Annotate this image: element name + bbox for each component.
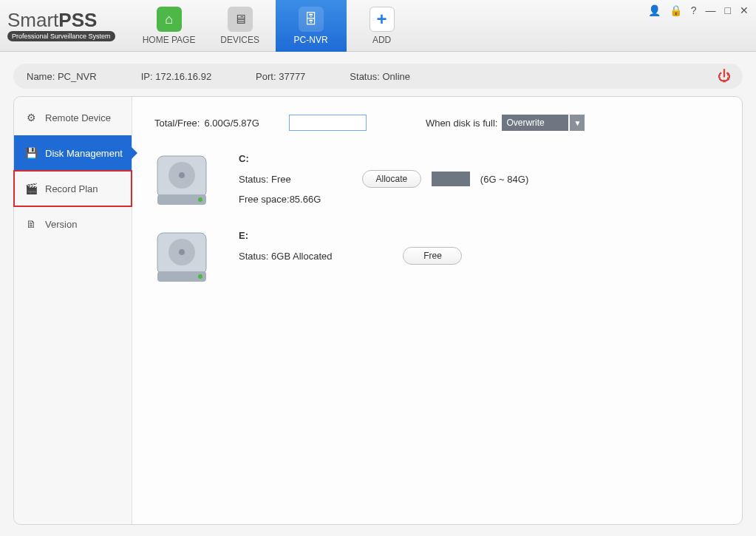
sidebar-item-record-plan[interactable]: 🎬 Record Plan	[14, 171, 132, 206]
disk-full-value: Overwrite	[506, 118, 544, 128]
free-button[interactable]: Free	[403, 247, 462, 265]
home-icon: ⌂	[157, 7, 182, 32]
allocation-size-input[interactable]	[432, 172, 470, 186]
allocate-button[interactable]: Allocate	[362, 170, 421, 188]
minimize-icon[interactable]: —	[706, 4, 716, 16]
tab-add-label: ADD	[372, 35, 391, 45]
status-label: Status:	[350, 71, 379, 82]
sidebar-remote-label: Remote Device	[45, 112, 111, 123]
power-icon[interactable]: ⏻	[718, 69, 731, 84]
name-value: PC_NVR	[58, 71, 97, 82]
disk-e-status-label: Status:	[239, 251, 268, 262]
port-label: Port:	[256, 71, 276, 82]
close-icon[interactable]: ✕	[740, 4, 749, 16]
app-tagline: Professional Surveillance System	[7, 31, 115, 41]
tab-pcnvr[interactable]: 🗄 PC-NVR	[276, 0, 347, 52]
disk-c-status-value: Free	[271, 174, 291, 185]
titlebar: SmartPSS Professional Surveillance Syste…	[0, 0, 756, 52]
window-controls: 👤 🔒 ? — □ ✕	[648, 4, 749, 16]
disk-c-range: (6G ~ 84G)	[480, 174, 528, 185]
chevron-down-icon[interactable]: ▼	[570, 115, 585, 131]
disk-e-info: E: Status: 6GB Allocated Free	[239, 230, 462, 265]
film-icon: 🎬	[24, 182, 38, 195]
tab-pcnvr-label: PC-NVR	[294, 35, 328, 45]
user-icon[interactable]: 👤	[648, 4, 661, 16]
tab-devices-label: DEVICES	[220, 35, 259, 45]
devices-icon: 🖥	[228, 7, 253, 32]
ip-value: 172.16.16.92	[155, 71, 211, 82]
lock-icon[interactable]: 🔒	[670, 4, 682, 16]
main-panel: ⚙ Remote Device 💾 Disk Management 🎬 Reco…	[13, 96, 743, 525]
sidebar-record-label: Record Plan	[45, 183, 98, 194]
disk-e-status-value: 6GB Allocated	[271, 251, 332, 262]
svg-point-7	[179, 249, 185, 255]
disk-full-label: When disk is full:	[426, 118, 498, 129]
allocation-input[interactable]	[289, 115, 367, 131]
tab-devices[interactable]: 🖥 DEVICES	[205, 0, 276, 52]
content-area: Total/Free: 6.00G/5.87G When disk is ful…	[132, 97, 742, 524]
hdd-icon	[154, 230, 209, 285]
help-icon[interactable]: ?	[691, 4, 697, 16]
total-free-label: Total/Free:	[154, 118, 200, 129]
pcnvr-icon: 🗄	[299, 7, 324, 32]
sidebar: ⚙ Remote Device 💾 Disk Management 🎬 Reco…	[14, 97, 132, 524]
maximize-icon[interactable]: □	[725, 4, 731, 16]
name-label: Name:	[27, 71, 55, 82]
sidebar-item-disk-management[interactable]: 💾 Disk Management	[14, 135, 132, 171]
svg-point-4	[198, 197, 202, 202]
add-icon: +	[370, 7, 395, 32]
hdd-icon	[154, 153, 209, 208]
tab-add[interactable]: + ADD	[347, 0, 418, 52]
summary-row: Total/Free: 6.00G/5.87G When disk is ful…	[154, 115, 720, 131]
disk-c-info: C: Status: Free Allocate (6G ~ 84G) Free…	[239, 153, 528, 205]
svg-point-2	[179, 172, 185, 178]
document-icon: 🗎	[24, 217, 38, 231]
total-free-value: 6.00G/5.87G	[204, 118, 259, 129]
disk-e-letter: E:	[239, 230, 462, 241]
app-logo: SmartPSS Professional Surveillance Syste…	[7, 10, 115, 41]
sidebar-version-label: Version	[45, 219, 77, 230]
save-icon: 💾	[24, 146, 38, 160]
port-value: 37777	[279, 71, 305, 82]
device-status-bar: Name: PC_NVR IP: 172.16.16.92 Port: 3777…	[13, 64, 743, 89]
status-value: Online	[382, 71, 410, 82]
tab-home-label: HOME PAGE	[143, 35, 196, 45]
disk-c-status-label: Status:	[239, 174, 268, 185]
top-tabs: ⌂ HOME PAGE 🖥 DEVICES 🗄 PC-NVR + ADD	[134, 0, 418, 51]
svg-point-9	[198, 274, 202, 279]
app-name: SmartPSS	[7, 10, 115, 30]
disk-c-free-space: Free space:85.66G	[239, 194, 528, 205]
gear-icon: ⚙	[24, 111, 38, 124]
sidebar-disk-label: Disk Management	[45, 148, 123, 159]
ip-label: IP:	[141, 71, 153, 82]
tab-home[interactable]: ⌂ HOME PAGE	[134, 0, 205, 52]
disk-full-group: When disk is full: Overwrite ▼	[426, 115, 585, 131]
sidebar-item-remote-device[interactable]: ⚙ Remote Device	[14, 100, 132, 135]
disk-c-letter: C:	[239, 153, 528, 164]
disk-full-select[interactable]: Overwrite	[502, 115, 568, 131]
disk-c: C: Status: Free Allocate (6G ~ 84G) Free…	[154, 153, 720, 208]
disk-e: E: Status: 6GB Allocated Free	[154, 230, 720, 285]
sidebar-item-version[interactable]: 🗎 Version	[14, 206, 132, 242]
